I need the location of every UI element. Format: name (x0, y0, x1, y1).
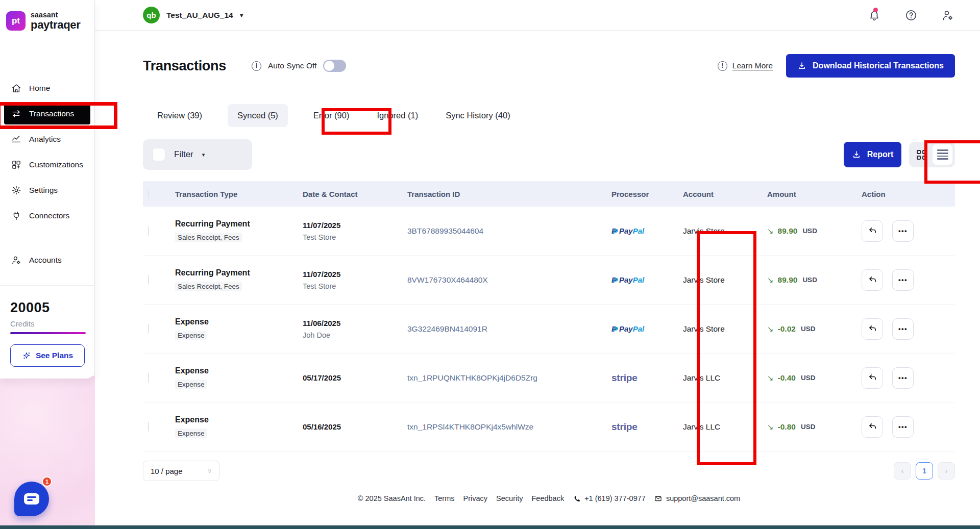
sidebar-item-accounts[interactable]: Accounts (0, 247, 94, 273)
column-header: Date & Contact (299, 190, 403, 198)
footer-link-feedback[interactable]: Feedback (531, 494, 564, 502)
undo-icon (868, 226, 877, 236)
list-view-button[interactable] (933, 144, 952, 165)
current-page-button[interactable]: 1 (916, 462, 933, 480)
transaction-contact: Test Store (303, 282, 403, 290)
sidebar-item-label: Accounts (29, 256, 62, 265)
footer: © 2025 SaasAnt Inc. Terms Privacy Securi… (143, 494, 955, 502)
chevron-down-icon: ▾ (202, 152, 205, 158)
amount-direction-icon: ↘ (767, 275, 774, 285)
sidebar-item-label: Analytics (29, 135, 61, 144)
tab-sync-history[interactable]: Sync History (40) (444, 104, 512, 127)
see-plans-button[interactable]: See Plans (10, 344, 85, 367)
footer-link-terms[interactable]: Terms (434, 494, 454, 502)
filter-dropdown[interactable]: Filter ▾ (143, 139, 252, 170)
ellipsis-icon: ••• (898, 374, 908, 382)
report-button[interactable]: Report (844, 142, 901, 167)
amount-currency: USD (801, 374, 816, 382)
row-checkbox[interactable] (148, 324, 149, 334)
sidebar-item-label: Customizations (29, 160, 83, 169)
download-icon (797, 61, 806, 70)
more-actions-button[interactable]: ••• (892, 220, 914, 242)
help-icon[interactable] (904, 9, 918, 22)
amount-currency: USD (801, 423, 816, 431)
sidebar-item-connectors[interactable]: Connectors (0, 203, 94, 229)
transaction-subtype-badge: Expense (175, 380, 207, 389)
tab-error[interactable]: Error (90) (311, 104, 352, 127)
transaction-id-link[interactable]: 3BT67889935044604 (407, 226, 483, 235)
column-header: Transaction ID (403, 190, 607, 198)
prev-page-button[interactable]: ‹ (894, 462, 911, 480)
more-actions-button[interactable]: ••• (892, 269, 914, 291)
row-checkbox[interactable] (148, 373, 149, 383)
processor-logo: PPPayPal (607, 324, 679, 334)
amount-currency: USD (801, 325, 816, 333)
grid-view-button[interactable] (912, 144, 932, 165)
select-all-checkbox[interactable] (148, 189, 149, 199)
transaction-date: 11/06/2025 (303, 319, 403, 328)
chat-widget-button[interactable]: 1 (14, 482, 49, 516)
sidebar-item-label: Transactions (29, 109, 74, 118)
transaction-subtype-badge: Expense (175, 331, 207, 340)
notifications-bell-icon[interactable] (868, 9, 881, 22)
footer-email[interactable]: support@saasant.com (666, 494, 740, 502)
download-historical-transactions-button[interactable]: Download Historical Transactions (786, 54, 955, 78)
sidebar-item-transactions[interactable]: Transactions (0, 101, 94, 127)
info-icon: i (252, 61, 261, 71)
auto-sync-toggle[interactable] (323, 60, 346, 72)
footer-phone[interactable]: +1 (619) 377-0977 (584, 494, 646, 502)
tab-ignored[interactable]: Ignored (1) (375, 104, 420, 127)
amount-direction-icon: ↘ (767, 373, 774, 383)
user-settings-icon[interactable] (941, 9, 954, 22)
amount-value: -0.02 (778, 324, 796, 334)
column-header: Account (679, 190, 763, 198)
transaction-id-link[interactable]: txn_1RPUQNKTHK8OPKj4jD6D5Zrg (407, 373, 537, 382)
bottom-edge-strip (0, 525, 980, 529)
undo-sync-button[interactable] (862, 318, 883, 340)
table-row: Expense Expense 11/06/2025 Joh Doe 3G322… (143, 305, 955, 354)
page-size-select[interactable]: 10 / page ∨ (143, 461, 219, 481)
amount-direction-icon: ↘ (767, 324, 774, 334)
transaction-id-link[interactable]: 8VW176730X464480X (407, 275, 488, 284)
footer-link-security[interactable]: Security (496, 494, 523, 502)
column-header: Transaction Type (171, 190, 299, 198)
transaction-type: Expense (175, 317, 299, 326)
accounts-icon (11, 255, 21, 265)
undo-sync-button[interactable] (862, 367, 883, 389)
next-page-button[interactable]: › (938, 462, 955, 480)
footer-link-privacy[interactable]: Privacy (463, 494, 488, 502)
row-checkbox[interactable] (148, 226, 149, 236)
tabs: Review (39) Synced (5) Error (90) Ignore… (143, 104, 955, 127)
sidebar-item-analytics[interactable]: Analytics (0, 127, 94, 152)
transaction-date: 05/17/2025 (303, 373, 403, 382)
undo-sync-button[interactable] (862, 269, 883, 291)
more-actions-button[interactable]: ••• (892, 416, 914, 438)
undo-sync-button[interactable] (862, 416, 883, 438)
more-actions-button[interactable]: ••• (892, 367, 914, 389)
filter-checkbox[interactable] (152, 148, 165, 161)
tab-review[interactable]: Review (39) (155, 104, 204, 127)
more-actions-button[interactable]: ••• (892, 318, 914, 340)
learn-more-link[interactable]: ! Learn More (718, 61, 773, 71)
chevron-down-icon[interactable]: ▼ (239, 12, 244, 18)
transaction-type: Recurring Payment (175, 268, 299, 278)
sidebar-item-customizations[interactable]: Customizations (0, 152, 94, 178)
column-header: Amount (763, 190, 857, 198)
company-selector[interactable]: Test_AU_AUG_14 (166, 11, 233, 20)
undo-sync-button[interactable] (862, 220, 883, 242)
transaction-id-link[interactable]: 3G322469BN414091R (407, 324, 487, 333)
amount-direction-icon: ↘ (767, 422, 774, 432)
transaction-subtype-badge: Expense (175, 429, 207, 438)
table-row: Recurring Payment Sales Receipt, Fees 11… (143, 256, 955, 305)
row-checkbox[interactable] (148, 422, 149, 432)
pagination: 10 / page ∨ ‹ 1 › (143, 461, 955, 481)
tab-synced[interactable]: Synced (5) (228, 104, 288, 127)
transaction-date: 11/07/2025 (303, 221, 403, 230)
chat-icon (24, 493, 39, 505)
sidebar-item-settings[interactable]: Settings (0, 178, 94, 203)
sidebar-item-home[interactable]: Home (0, 75, 94, 101)
transaction-id-link[interactable]: txn_1RPSl4KTHK8OPKj4x5whlWze (407, 422, 533, 431)
amount-value: 89.90 (778, 275, 798, 285)
main-content: Transactions i Auto Sync Off ! Learn Mor… (95, 31, 980, 529)
row-checkbox[interactable] (148, 275, 149, 285)
